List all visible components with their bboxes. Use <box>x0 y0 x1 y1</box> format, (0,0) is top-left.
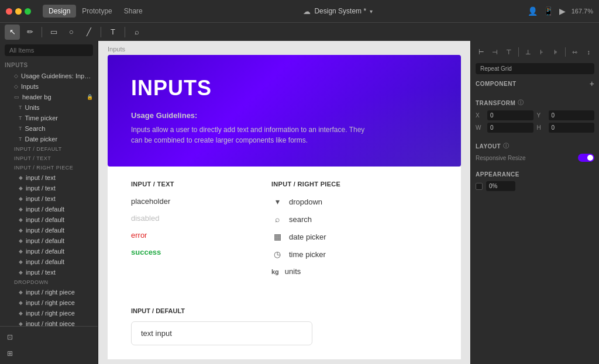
top-right-controls: 👤 📱 ▶ 167.7% <box>528 6 593 16</box>
breadcrumb: Inputs <box>98 41 470 55</box>
sidebar-item-input-text-1[interactable]: ◆ input / text <box>0 172 98 183</box>
plugins-button[interactable]: ⊡ <box>2 330 18 345</box>
align-right-button[interactable]: ⊤ <box>503 46 515 58</box>
sidebar-item-usage-guidelines[interactable]: ◇ Usage Guidelines: Inputs allow a user.… <box>0 71 98 81</box>
transform-title: TRANSFORM ⓘ <box>476 99 524 107</box>
h-input[interactable] <box>549 123 595 133</box>
top-nav: Design Prototype Share <box>43 5 149 18</box>
sidebar-item-input-default-6[interactable]: ◆ input / default <box>0 256 98 267</box>
text-input-box[interactable]: text input <box>131 321 312 345</box>
sidebar-item-input-text-2[interactable]: ◆ input / text <box>0 183 98 193</box>
sidebar-item-input-text-4[interactable]: ◆ input / text <box>0 267 98 278</box>
time-picker-label: time picker <box>289 250 326 259</box>
sidebar-section-label: INPUT / RIGHT PIECE <box>14 165 73 171</box>
x-input[interactable] <box>487 110 533 120</box>
component-icon: ◆ <box>19 269 23 275</box>
inputs-header-banner: INPUTS Usage Guidelines: Inputs allow a … <box>108 55 461 167</box>
distribute-horizontal-button[interactable]: ⇿ <box>569 46 581 58</box>
input-text-column: INPUT / TEXT placeholder disabled error … <box>131 181 225 284</box>
dropdown-icon: ▾ <box>271 197 283 206</box>
component-icon: ◆ <box>19 321 23 326</box>
component-icon: ◆ <box>19 185 23 191</box>
sidebar-item-label: input / right piece <box>26 289 75 296</box>
play-button[interactable]: ▶ <box>559 6 566 16</box>
doc-dropdown-icon[interactable]: ▾ <box>370 8 373 15</box>
add-component-button[interactable]: + <box>590 79 594 88</box>
sidebar-item-label: Inputs <box>21 83 39 90</box>
sidebar-item-input-right-piece-1[interactable]: ◆ input / right piece <box>0 287 98 297</box>
component-section-header: COMPONENT + <box>476 79 594 88</box>
ellipse-tool[interactable]: ○ <box>64 25 79 40</box>
opacity-checkbox[interactable] <box>476 183 483 190</box>
sidebar-section-label: Dropdown <box>14 279 49 285</box>
date-picker-label: date picker <box>289 233 326 241</box>
sidebar-item-input-right-piece-3[interactable]: ◆ input / right piece <box>0 308 98 318</box>
cloud-icon: ☁ <box>303 7 311 16</box>
distribute-vertical-button[interactable]: ↕ <box>583 46 594 58</box>
align-middle-button[interactable]: ⊦ <box>536 46 548 58</box>
sidebar-item-input-text-3[interactable]: ◆ input / text <box>0 193 98 204</box>
phone-icon[interactable]: 📱 <box>543 6 553 16</box>
sidebar-item-input-default-3[interactable]: ◆ input / default <box>0 225 98 235</box>
tab-design[interactable]: Design <box>43 5 76 18</box>
maximize-button[interactable] <box>25 8 31 15</box>
transform-xy-row: X Y <box>476 110 594 120</box>
sidebar-item-search[interactable]: T Search <box>0 123 98 134</box>
zoom-tool[interactable]: ⌕ <box>129 25 144 40</box>
rectangle-tool[interactable]: ▭ <box>46 25 61 40</box>
responsive-resize-toggle[interactable] <box>578 154 594 162</box>
search-input[interactable] <box>5 44 93 56</box>
align-left-button[interactable]: ⊢ <box>476 46 487 58</box>
text-icon: T <box>111 27 115 36</box>
sidebar-item-label: Search <box>25 125 46 132</box>
sidebar-item-units[interactable]: T Units <box>0 102 98 113</box>
sidebar-item-label: Units <box>25 104 40 111</box>
rectangle-icon: ▭ <box>50 27 57 36</box>
sidebar-item-label: header bg <box>22 93 51 100</box>
input-text-disabled-label: disabled <box>131 214 159 223</box>
component-icon: ◆ <box>19 196 23 202</box>
align-center-button[interactable]: ⊣ <box>490 46 501 58</box>
sidebar-item-input-default-1[interactable]: ◆ input / default <box>0 204 98 214</box>
sidebar-section-input-default: INPUT / DEFAULT <box>0 144 98 154</box>
close-button[interactable] <box>6 8 12 15</box>
layers-button[interactable]: ⊞ <box>2 346 18 361</box>
sidebar-item-time-picker[interactable]: T Time picker <box>0 113 98 123</box>
right-piece-search-row: ⌕ search <box>271 214 365 224</box>
text-tool[interactable]: T <box>105 25 121 40</box>
transform-section: TRANSFORM ⓘ X Y W H <box>476 99 594 135</box>
x-label: X <box>476 112 484 119</box>
opacity-input[interactable] <box>486 181 515 191</box>
user-icon[interactable]: 👤 <box>528 6 538 16</box>
lock-icon: 🔒 <box>87 94 93 100</box>
align-top-button[interactable]: ⊥ <box>522 46 534 58</box>
sidebar-item-input-default-5[interactable]: ◆ input / default <box>0 246 98 256</box>
tab-share[interactable]: Share <box>118 5 149 18</box>
component-icon: ◇ <box>14 84 18 89</box>
y-input[interactable] <box>549 110 595 120</box>
sidebar-section-dropdown: Dropdown <box>0 278 98 287</box>
sidebar-item-input-right-piece-2[interactable]: ◆ input / right piece <box>0 297 98 308</box>
sidebar-item-input-default-4[interactable]: ◆ input / default <box>0 235 98 246</box>
line-tool[interactable]: ╱ <box>81 25 97 40</box>
select-tool[interactable]: ↖ <box>5 25 20 40</box>
sidebar-item-input-right-piece-4[interactable]: ◆ input / right piece <box>0 318 98 326</box>
repeat-grid-button[interactable]: Repeat Grid <box>476 63 594 74</box>
align-bottom-button[interactable]: ⊧ <box>550 46 562 58</box>
sidebar-item-date-picker[interactable]: T Date picker <box>0 134 98 144</box>
right-sidebar: ⊢ ⊣ ⊤ ⊥ ⊦ ⊧ ⇿ ↕ Repeat Grid COMPONENT + <box>470 41 599 364</box>
dropdown-label: dropdown <box>289 197 322 206</box>
banner-subtitle: Usage Guidelines: <box>131 111 438 120</box>
sidebar-item-inputs[interactable]: ◇ Inputs <box>0 81 98 92</box>
sidebar-item-input-default-2[interactable]: ◆ input / default <box>0 214 98 225</box>
tab-prototype[interactable]: Prototype <box>76 5 118 18</box>
sidebar-section-label: INPUT / DEFAULT <box>14 146 62 152</box>
w-input[interactable] <box>487 123 533 133</box>
right-piece-units-row: kg units <box>271 267 365 276</box>
clock-icon: ◷ <box>271 249 283 259</box>
sidebar-item-header-bg[interactable]: ▭ header bg 🔒 <box>0 92 98 102</box>
minimize-button[interactable] <box>15 8 22 15</box>
sidebar-item-label: input / default <box>26 258 64 265</box>
right-piece-dropdown-row: ▾ dropdown <box>271 197 365 206</box>
pen-tool[interactable]: ✏ <box>22 25 37 40</box>
